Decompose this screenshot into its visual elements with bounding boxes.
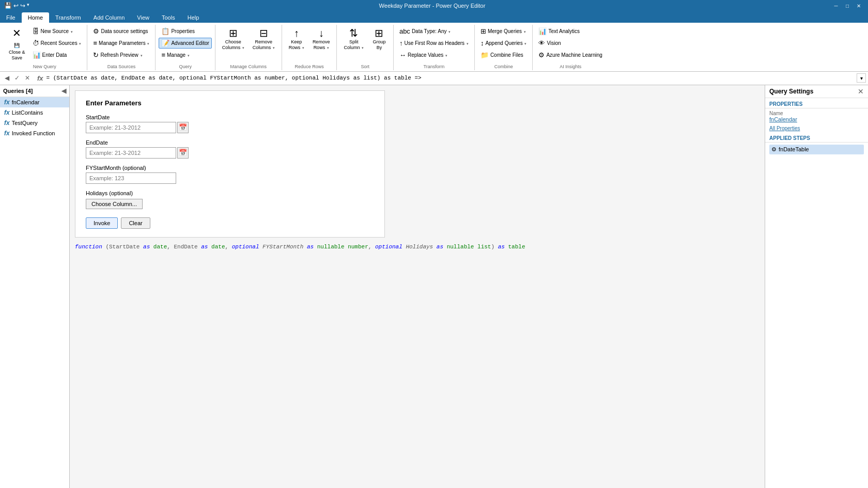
sidebar-item-fn-calendar[interactable]: fx fnCalendar	[0, 97, 69, 107]
list-contains-icon: fx	[4, 109, 10, 116]
invoke-button[interactable]: Invoke	[86, 217, 118, 229]
formula-expand-button[interactable]: ▾	[857, 73, 866, 83]
applied-step-fn-date-table[interactable]: ⚙ fnDateTable	[769, 145, 864, 154]
tab-transform[interactable]: Transform	[49, 12, 87, 23]
properties-section-title: PROPERTIES	[765, 98, 868, 108]
title-bar: 💾 ↩ ↪ ▾ Weekday Parameter - Power Query …	[0, 0, 868, 11]
sidebar-item-list-contains[interactable]: fx ListContains	[0, 107, 69, 118]
append-queries-button[interactable]: ↕ Append Queries ▾	[478, 38, 530, 49]
reduce-rows-label: Reduce Rows	[295, 63, 324, 69]
tab-tools[interactable]: Tools	[156, 12, 181, 23]
merge-queries-button[interactable]: ⊞ Merge Queries ▾	[478, 26, 530, 37]
append-queries-icon: ↕	[481, 39, 484, 47]
recent-sources-button[interactable]: ⏱ Recent Sources ▾	[30, 38, 84, 49]
sidebar-item-test-query[interactable]: fx TestQuery	[0, 118, 69, 128]
undo-icon[interactable]: ↩	[13, 2, 19, 9]
close-button[interactable]: ✕	[854, 2, 864, 10]
remove-rows-button[interactable]: ↓ RemoveRows ▾	[309, 26, 334, 53]
tab-file[interactable]: File	[0, 12, 22, 23]
start-date-input[interactable]	[86, 122, 176, 133]
remove-columns-button[interactable]: ⊟ RemoveColumns ▾	[249, 26, 278, 53]
tab-home[interactable]: Home	[22, 12, 49, 23]
tab-add-column[interactable]: Add Column	[87, 12, 131, 23]
choose-column-label: Choose Column...	[91, 201, 137, 207]
maximize-button[interactable]: □	[842, 2, 853, 10]
choose-column-button[interactable]: Choose Column...	[86, 199, 143, 209]
vision-icon: 👁	[538, 39, 545, 47]
refresh-preview-button[interactable]: ↻ Refresh Preview ▾	[90, 50, 152, 60]
ribbon-group-buttons-data-sources: ⚙ Data source settings ≡ Manage Paramete…	[90, 26, 152, 63]
list-contains-label: ListContains	[12, 109, 43, 116]
group-by-button[interactable]: ⊞ GroupBy	[368, 26, 390, 53]
invoked-function-label: Invoked Function	[12, 130, 55, 136]
param-group-holidays: Holidays (optional) Choose Column...	[86, 190, 374, 209]
ribbon-group-new-query: ✕💾 Close &Save 🗄 New Source ▾ ⏱ Recent S…	[2, 25, 87, 70]
clear-button[interactable]: Clear	[121, 217, 150, 229]
manage-button[interactable]: ≡ Manage ▾	[159, 50, 211, 60]
properties-button[interactable]: 📋 Properties	[159, 26, 211, 37]
sidebar-header: Queries [4] ◀	[0, 85, 69, 97]
use-first-row-button[interactable]: ↑ Use First Row as Headers ▾	[397, 38, 471, 49]
tab-help[interactable]: Help	[181, 12, 206, 23]
window-title: Weekday Parameter - Power Query Editor	[34, 3, 831, 9]
replace-values-icon: ↔	[399, 51, 406, 59]
new-query-label: New Query	[33, 63, 56, 69]
query-settings-close-button[interactable]: ✕	[858, 87, 864, 96]
vision-button[interactable]: 👁 Vision	[536, 38, 605, 49]
data-type-icon: abc	[399, 27, 410, 35]
minimize-button[interactable]: ─	[831, 2, 841, 10]
start-date-calendar-button[interactable]: 📅	[177, 122, 189, 133]
tab-view[interactable]: View	[131, 12, 156, 23]
azure-ml-button[interactable]: ⚙ Azure Machine Learning	[536, 50, 605, 60]
sidebar-collapse-button[interactable]: ◀	[61, 87, 66, 95]
enter-data-button[interactable]: 📊 Enter Data	[30, 50, 84, 60]
save-icon[interactable]: 💾	[4, 2, 12, 9]
close-save-button[interactable]: ✕💾 Close &Save	[5, 26, 29, 63]
new-source-button[interactable]: 🗄 New Source ▾	[30, 26, 84, 37]
right-panel-header: Query Settings ✕	[765, 85, 868, 98]
fn-calendar-icon: fx	[4, 99, 10, 106]
right-panel: Query Settings ✕ PROPERTIES Name fnCalen…	[765, 85, 868, 488]
remove-rows-icon: ↓	[319, 28, 324, 38]
fy-start-month-input[interactable]	[86, 172, 176, 184]
fy-start-month-label: FYStartMonth (optional)	[86, 165, 374, 171]
advanced-editor-button[interactable]: 📝 Advanced Editor	[159, 38, 211, 49]
fx-label: fx	[37, 74, 43, 82]
text-analytics-button[interactable]: 📊 Text Analytics	[536, 26, 605, 37]
ribbon-tabs: File Home Transform Add Column View Tool…	[0, 11, 868, 23]
replace-values-button[interactable]: ↔ Replace Values ▾	[397, 50, 471, 60]
ribbon-group-sort: ⇅ SplitColumn ▾ ⊞ GroupBy Sort	[337, 25, 394, 70]
ai-insights-label: AI Insights	[560, 63, 581, 69]
combine-label: Combine	[494, 63, 513, 69]
dropdown-icon[interactable]: ▾	[27, 2, 29, 9]
group-by-icon: ⊞	[375, 28, 383, 38]
data-type-button[interactable]: abc Data Type: Any ▾	[397, 26, 471, 37]
choose-columns-button[interactable]: ⊞ ChooseColumns ▾	[219, 26, 248, 53]
manage-columns-label: Manage Columns	[230, 63, 267, 69]
data-source-settings-button[interactable]: ⚙ Data source settings	[90, 26, 152, 37]
name-value[interactable]: fnCalendar	[765, 116, 868, 124]
sidebar-item-invoked-function[interactable]: fx Invoked Function	[0, 128, 69, 138]
params-actions: Invoke Clear	[86, 217, 374, 229]
manage-parameters-icon: ≡	[93, 39, 97, 47]
end-date-input[interactable]	[86, 147, 176, 159]
formula-check-button[interactable]: ✓	[12, 73, 22, 83]
ribbon-group-buttons-query: 📋 Properties 📝 Advanced Editor ≡ Manage …	[159, 26, 211, 63]
test-query-label: TestQuery	[12, 120, 38, 126]
formula-cancel-button[interactable]: ✕	[23, 73, 32, 83]
redo-icon[interactable]: ↪	[20, 2, 25, 9]
all-properties-link[interactable]: All Properties	[765, 124, 868, 132]
combine-files-button[interactable]: 📁 Combine Files	[478, 50, 530, 60]
manage-icon: ≡	[161, 51, 165, 59]
sidebar: Queries [4] ◀ fx fnCalendar fx ListConta…	[0, 85, 70, 488]
end-date-calendar-button[interactable]: 📅	[177, 147, 189, 159]
formula-back-button[interactable]: ◀	[2, 73, 11, 83]
keep-rows-button[interactable]: ↑ KeepRows ▾	[285, 26, 308, 53]
manage-parameters-button[interactable]: ≡ Manage Parameters ▾	[90, 38, 152, 49]
ribbon-group-transform: abc Data Type: Any ▾ ↑ Use First Row as …	[394, 25, 475, 70]
remove-columns-icon: ⊟	[259, 28, 268, 38]
formula-nav: ◀ ✓ ✕	[2, 73, 32, 83]
split-column-button[interactable]: ⇅ SplitColumn ▾	[340, 26, 367, 53]
start-date-label: StartDate	[86, 114, 374, 120]
azure-ml-icon: ⚙	[538, 51, 545, 59]
